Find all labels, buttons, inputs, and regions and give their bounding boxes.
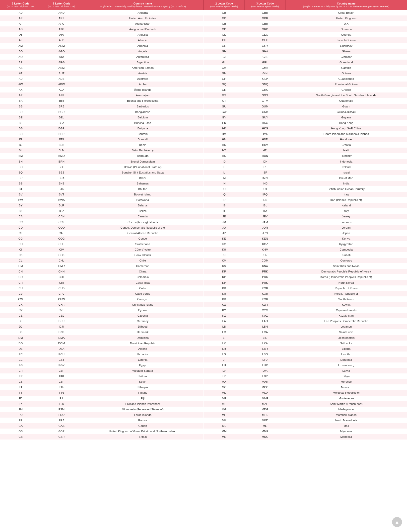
two-letter-code: IT (204, 208, 245, 214)
three-letter-code: HMD (245, 131, 285, 137)
country-name: Botswana (82, 197, 203, 203)
table-row: EGEGYEgypt (0, 362, 204, 368)
right-col2-header: 3 Letter Code (ISO 3166–1 alpha–3 code) (245, 0, 285, 10)
three-letter-code: CHE (41, 241, 82, 247)
table-row: FMFSMMicronesia (Federated States of) (0, 407, 204, 412)
table-row: KNKNASaint Kitts and Nevis (204, 263, 407, 269)
two-letter-code: HK (204, 126, 245, 131)
country-name: China (82, 269, 203, 274)
country-name: North Macedonia (285, 418, 407, 423)
two-letter-code: JE (204, 214, 245, 219)
table-row: BFBFABurkina Faso (0, 120, 204, 126)
two-letter-code: CM (0, 263, 41, 269)
country-name: United Arab Emirates (82, 15, 203, 21)
table-row: CYCYPCyprus (0, 307, 204, 313)
country-name: Armenia (82, 43, 203, 49)
table-row: MHMHLMarshall Islands (204, 412, 407, 418)
three-letter-code: LCA (245, 329, 285, 335)
table-row: GIGIBGibraltar (204, 54, 407, 60)
table-row: AXALAÅland Islands (0, 87, 204, 92)
country-name: Cayman Islands (285, 307, 407, 313)
table-row: CHCHESwitzerland (0, 241, 204, 247)
country-name: Bolivia (Plurinational State of) (82, 164, 203, 170)
two-letter-code: ID (204, 159, 245, 164)
table-row: LCLCASaint Lucia (204, 329, 407, 335)
three-letter-code: GAB (41, 423, 82, 429)
table-row: MLMLIMali (204, 423, 407, 429)
two-letter-code: GL (204, 60, 245, 65)
table-row: IRIRNIran (Islamic Republic of) (204, 197, 407, 203)
table-row: BBBRBBarbados (0, 104, 204, 109)
table-row: ARARGArgentina (0, 60, 204, 65)
table-row: EEESTEstonia (0, 357, 204, 362)
table-row: FRFRAFrance (0, 418, 204, 423)
left-table: 2 Letter Code (ISO 3166–1 alpha–2 code) … (0, 0, 204, 440)
table-row: KPPRKNorth Korea (204, 280, 407, 285)
two-letter-code: CY (0, 307, 41, 313)
table-row: GDGRDGrenada (204, 26, 407, 32)
table-row: AOAGOAngola (0, 49, 204, 54)
country-name: Mali (285, 423, 407, 429)
country-name: Switzerland (82, 241, 203, 247)
country-name: Djibouti (82, 324, 203, 329)
two-letter-code: CC (0, 219, 41, 225)
two-letter-code: LR (204, 346, 245, 352)
country-name: Belgium (82, 115, 203, 120)
country-name: Greece (285, 87, 407, 92)
two-letter-code: LV (204, 368, 245, 373)
table-row: DZDZAAlgeria (0, 346, 204, 352)
three-letter-code: LBR (245, 346, 285, 352)
table-row: BABIHBosnia and Herzegovina (0, 98, 204, 103)
table-row: AEAREUnited Arab Emirates (0, 15, 204, 21)
country-name: Saint Martin (French part) (285, 401, 407, 407)
two-letter-code: BE (0, 115, 41, 120)
three-letter-code: MCO (245, 384, 285, 390)
three-letter-code: BEN (41, 142, 82, 148)
table-row: ADANDAndorra (0, 10, 204, 15)
table-row: DEDEUGermany (0, 318, 204, 324)
country-name: Albania (82, 37, 203, 43)
country-name: Côte d'Ivoire (82, 247, 203, 252)
country-name: Korea, Republic of (285, 291, 407, 296)
two-letter-code: BO (0, 164, 41, 170)
two-letter-code: FK (0, 401, 41, 407)
two-letter-code: GT (204, 98, 245, 103)
three-letter-code: CZE (41, 313, 82, 318)
three-letter-code: FLK (41, 401, 82, 407)
country-name: Moldova, Republic of (285, 390, 407, 395)
table-row: JOJORJordan (204, 225, 407, 230)
two-letter-code: EG (0, 362, 41, 368)
three-letter-code: GRC (245, 87, 285, 92)
table-row: MMMMRMyanmar (204, 429, 407, 434)
country-name: Israel (285, 170, 407, 175)
table-row: GNGINGuinea (204, 71, 407, 76)
table-row: AFAFGAfghanistan (0, 21, 204, 26)
table-row: KIKIRKiribati (204, 252, 407, 258)
three-letter-code: BDI (41, 137, 82, 142)
two-letter-code: AE (0, 15, 41, 21)
two-letter-code: ES (0, 379, 41, 384)
two-letter-code: IS (204, 203, 245, 208)
two-letter-code: JO (204, 225, 245, 230)
table-row: LRLBRLiberia (204, 346, 407, 352)
two-letter-code: KI (204, 252, 245, 258)
three-letter-code: GHA (245, 49, 285, 54)
country-name: Bouvet Island (82, 192, 203, 197)
country-name: Eritrea (82, 373, 203, 379)
table-row: CVCPVCabo Verde (0, 291, 204, 296)
three-letter-code: IMN (245, 175, 285, 181)
two-letter-code: KE (204, 236, 245, 241)
two-letter-code: BG (0, 126, 41, 131)
two-letter-code: CW (0, 296, 41, 302)
left-col1-header: 2 Letter Code (ISO 3166–1 alpha–2 code) (0, 0, 41, 10)
table-row: ETETHEthiopia (0, 384, 204, 390)
two-letter-code: BQ (0, 170, 41, 175)
two-letter-code: LI (204, 335, 245, 341)
table-row: BTBTNBhutan (0, 186, 204, 192)
table-row: IMIMNIsle of Man (204, 175, 407, 181)
three-letter-code: ALB (41, 37, 82, 43)
three-letter-code: CCK (41, 219, 82, 225)
country-name: Czechia (82, 313, 203, 318)
country-name: Kazakhstan (285, 313, 407, 318)
table-row: BVBVTBouvet Island (0, 192, 204, 197)
